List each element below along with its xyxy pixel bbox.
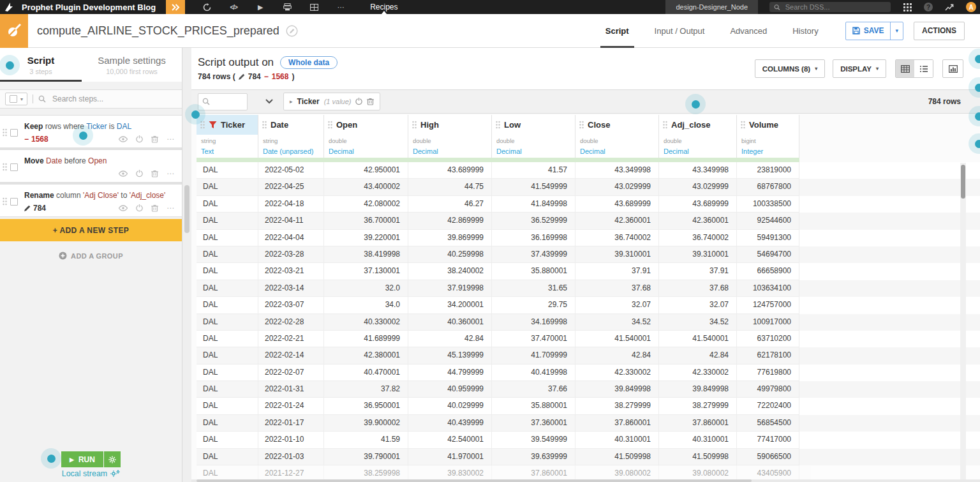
table-cell[interactable]: 42.869999 [408,213,492,229]
table-cell[interactable]: 35.880001 [492,263,575,280]
tab-script[interactable]: Script [593,14,642,48]
table-view-button[interactable] [896,60,914,77]
charts-button[interactable] [942,59,963,78]
trash-icon[interactable] [367,98,374,105]
script-step[interactable]: Keep rows where Ticker is DAL−1568⋯ [0,115,182,148]
table-cell[interactable]: 42.080002 [324,196,408,213]
tab-history[interactable]: History [780,14,831,48]
table-cell[interactable]: 2022-02-28 [258,314,324,331]
table-cell[interactable]: 2022-03-28 [258,246,324,263]
table-cell[interactable]: 38.279999 [659,398,737,414]
table-cell[interactable]: 46.27 [408,196,492,213]
table-cell[interactable]: 34.169998 [492,314,575,331]
table-cell[interactable]: DAL [197,280,258,297]
table-cell[interactable]: 43.400002 [324,179,408,195]
table-cell[interactable]: 39.900002 [324,415,408,432]
table-row[interactable]: DAL2022-04-0439.22000139.86999936.169998… [197,230,980,246]
drag-handle-icon[interactable] [3,163,7,171]
table-cell[interactable]: 2022-01-10 [258,432,324,448]
table-cell[interactable]: DAL [197,213,258,229]
table-cell[interactable]: 42.950001 [324,162,408,179]
table-cell[interactable]: 42.540001 [408,432,492,448]
table-row[interactable]: DAL2022-01-1041.5942.54000139.54999940.3… [197,432,980,448]
table-cell[interactable]: DAL [197,246,258,263]
drag-handle-icon[interactable] [200,121,205,129]
drag-handle-icon[interactable] [412,121,417,129]
table-cell[interactable]: 37.68 [659,280,737,297]
column-meaning[interactable]: Decimal [659,145,736,158]
table-cell[interactable]: DAL [197,415,258,432]
table-cell[interactable]: 32.0 [324,280,408,297]
table-cell[interactable]: 36.529999 [492,213,575,229]
table-cell[interactable]: 38.279999 [575,398,659,414]
table-cell[interactable]: 39.310001 [659,246,737,263]
actions-button[interactable]: ACTIONS [914,22,965,40]
table-search-box[interactable] [198,93,248,110]
table-cell[interactable]: 2022-01-03 [258,449,324,465]
column-meaning[interactable]: Decimal [324,145,408,158]
table-cell[interactable]: DAL [197,179,258,195]
table-cell[interactable]: 124757000 [737,297,799,313]
table-cell[interactable]: DAL [197,331,258,347]
table-cell[interactable]: DAL [197,230,258,246]
table-cell[interactable]: 37.860001 [659,415,737,432]
table-cell[interactable]: 41.549999 [492,179,575,195]
drag-handle-icon[interactable] [663,121,667,129]
table-row[interactable]: DAL2022-04-1136.70000142.86999936.529999… [197,213,980,229]
lab-icon[interactable] [202,2,212,12]
flow-icon[interactable] [166,0,185,14]
table-cell[interactable]: 44.799999 [408,365,492,381]
table-cell[interactable]: 37.919998 [408,280,492,297]
project-title[interactable]: Prophet Plugin Development Blog [22,3,156,12]
drag-handle-icon[interactable] [262,121,267,129]
table-row[interactable]: DAL2022-01-3137.8240.95999937.6639.84999… [197,381,980,398]
vertical-scrollbar-thumb[interactable] [961,165,965,199]
vertical-scrollbar[interactable] [960,163,966,482]
table-row[interactable]: DAL2022-01-0339.79000141.97000139.639999… [197,449,980,465]
preview-step-icon[interactable] [119,136,128,142]
table-cell[interactable]: 39.790001 [324,449,408,465]
table-row[interactable]: DAL2022-01-1739.90000240.43999937.360001… [197,415,980,432]
table-row[interactable]: DAL2022-03-2838.41999840.25999837.439999… [197,246,980,263]
drag-handle-icon[interactable] [3,197,7,206]
table-cell[interactable]: 35.880001 [492,398,575,414]
table-cell[interactable]: 43.029999 [575,179,659,195]
panel-resizer-handle[interactable] [184,185,189,233]
column-meaning[interactable]: Decimal [408,145,491,158]
disable-step-icon[interactable] [136,170,143,177]
table-cell[interactable]: 2022-02-14 [258,347,324,364]
table-cell[interactable]: 43.689999 [408,162,492,179]
tab-input-output[interactable]: Input / Output [642,14,718,48]
section-label-recipes[interactable]: Recipes [366,0,401,14]
select-all-checkbox[interactable] [10,95,17,103]
engine-selector[interactable]: Local stream [62,469,121,478]
table-cell[interactable]: 42.360001 [575,213,659,229]
table-cell[interactable]: 39.869999 [408,230,492,246]
table-cell[interactable]: 2022-04-04 [258,230,324,246]
table-cell[interactable]: 41.509998 [575,449,659,465]
table-cell[interactable]: 68767800 [737,179,799,195]
table-cell[interactable]: 32.07 [575,297,659,313]
table-row[interactable]: DAL2022-02-2840.33000240.36000134.169998… [197,314,980,331]
delete-step-icon[interactable] [151,204,158,212]
table-cell[interactable]: DAL [197,381,258,398]
columns-button[interactable]: COLUMNS (8) ▾ [755,59,825,78]
preview-step-icon[interactable] [119,205,128,211]
table-cell[interactable]: 2022-04-18 [258,196,324,213]
list-view-button[interactable] [914,60,933,77]
avatar[interactable]: A [966,2,976,12]
dss-search-input[interactable] [784,3,886,11]
save-button[interactable]: SAVE [846,22,891,40]
table-cell[interactable]: 92544600 [737,213,799,229]
select-steps-dropdown[interactable]: ▾ [5,93,27,105]
table-cell[interactable]: 39.310001 [575,246,659,263]
tab-advanced[interactable]: Advanced [717,14,780,48]
table-cell[interactable]: 54694700 [737,246,799,263]
table-cell[interactable]: DAL [197,398,258,414]
table-cell[interactable]: 34.52 [659,314,737,331]
column-meaning[interactable]: Decimal [492,145,575,158]
table-cell[interactable]: 2022-04-25 [258,179,324,195]
table-cell[interactable]: 37.860001 [575,415,659,432]
horizontal-scrollbar-thumb[interactable] [197,479,752,482]
step-checkbox[interactable] [10,198,18,206]
